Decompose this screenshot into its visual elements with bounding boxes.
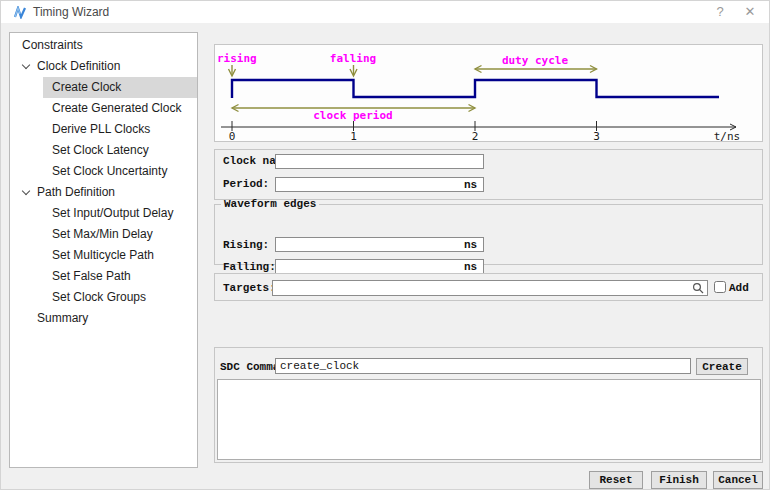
clock-period-label: clock period (313, 109, 392, 122)
sidebar-item-create-generated-clock[interactable]: Create Generated Clock (10, 98, 197, 119)
annotation-arrows (229, 65, 597, 112)
falling-label: falling (330, 52, 376, 65)
duty-cycle-label: duty cycle (502, 54, 569, 67)
rising-unit: ns (464, 239, 477, 251)
sidebar-item-set-max-min-delay[interactable]: Set Max/Min Delay (10, 224, 197, 245)
targets-group: Targets: Add (214, 273, 763, 301)
time-axis (221, 121, 736, 131)
cancel-button[interactable]: Cancel (713, 471, 763, 489)
close-button[interactable]: ✕ (741, 4, 759, 20)
chevron-down-icon (22, 187, 30, 195)
waveform-edges-group: Waveform edges Rising: ns Falling: ns (214, 198, 763, 265)
sdc-command-input[interactable] (275, 358, 691, 374)
sidebar-item-set-clock-uncertainty[interactable]: Set Clock Uncertainty (10, 161, 197, 182)
sidebar-item-clock-definition[interactable]: Clock Definition (10, 56, 197, 77)
reset-button[interactable]: Reset (589, 471, 643, 489)
window-title: Timing Wizard (33, 5, 109, 19)
clock-name-input[interactable] (275, 154, 484, 169)
clock-waveform-diagram: rising falling duty cycle clock period (214, 44, 763, 142)
sidebar-item-set-input-output-delay[interactable]: Set Input/Output Delay (10, 203, 197, 224)
rising-label: rising (217, 52, 257, 65)
falling-input[interactable] (275, 259, 484, 274)
sidebar-item-set-clock-latency[interactable]: Set Clock Latency (10, 140, 197, 161)
finish-button[interactable]: Finish (651, 471, 707, 489)
waveform-edges-title: Waveform edges (221, 198, 319, 210)
help-button[interactable]: ? (711, 4, 729, 20)
search-icon[interactable] (692, 282, 704, 294)
period-unit: ns (464, 179, 477, 191)
timing-wizard-window: Timing Wizard ? ✕ Constraints Clock Defi… (0, 0, 770, 490)
app-logo-icon (14, 6, 27, 19)
sidebar-item-summary[interactable]: Summary (10, 308, 197, 329)
constraints-sidebar: Constraints Clock Definition Create Cloc… (9, 32, 198, 468)
tree-header-constraints: Constraints (10, 35, 197, 56)
rising-input[interactable] (275, 237, 484, 252)
clock-name-period-group: Clock name: Period: ns (214, 149, 763, 200)
period-label: Period: (223, 177, 269, 192)
sidebar-item-path-definition[interactable]: Path Definition (10, 182, 197, 203)
falling-unit: ns (464, 261, 477, 273)
add-checkbox-label: Add (729, 281, 749, 296)
tick-3: 3 (593, 130, 600, 141)
waveform-svg: rising falling duty cycle clock period (215, 45, 762, 141)
targets-input-wrap (272, 280, 708, 296)
tick-1: 1 (350, 130, 357, 141)
clock-wave (232, 80, 719, 98)
axis-unit-label: t/ns (714, 130, 741, 141)
tick-0: 0 (229, 130, 236, 141)
chevron-down-icon (22, 61, 30, 69)
sdc-command-group: SDC Command: Create (214, 347, 763, 463)
sdc-output-textarea[interactable] (217, 379, 761, 460)
sidebar-item-derive-pll-clocks[interactable]: Derive PLL Clocks (10, 119, 197, 140)
sidebar-item-set-multicycle-path[interactable]: Set Multicycle Path (10, 245, 197, 266)
add-checkbox[interactable] (714, 281, 726, 293)
tick-2: 2 (472, 130, 479, 141)
sidebar-item-set-clock-groups[interactable]: Set Clock Groups (10, 287, 197, 308)
sidebar-item-set-false-path[interactable]: Set False Path (10, 266, 197, 287)
targets-label: Targets: (223, 281, 276, 296)
title-bar: Timing Wizard ? ✕ (1, 1, 769, 23)
targets-input[interactable] (272, 280, 708, 296)
period-input[interactable] (275, 177, 484, 192)
sidebar-item-create-clock[interactable]: Create Clock (10, 77, 197, 98)
constraints-tree: Constraints Clock Definition Create Cloc… (10, 33, 197, 329)
rising-edge-label: Rising: (223, 238, 269, 253)
create-button[interactable]: Create (696, 358, 748, 375)
